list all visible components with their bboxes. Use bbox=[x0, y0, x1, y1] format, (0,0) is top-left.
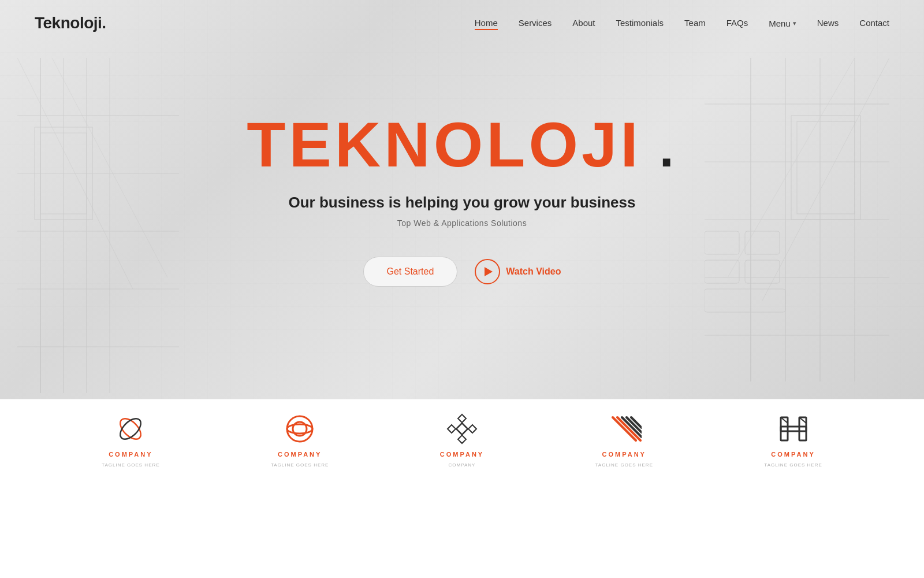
company-2-icon bbox=[282, 412, 317, 446]
company-logo-5: COMPANY TAGLINE GOES HERE bbox=[764, 412, 822, 468]
svg-point-31 bbox=[117, 415, 144, 443]
arch-lines-left-icon bbox=[17, 58, 179, 393]
nav-link-team[interactable]: Team bbox=[684, 18, 706, 28]
company-2-name: COMPANY bbox=[278, 451, 322, 458]
company-2-tagline: TAGLINE GOES HERE bbox=[271, 462, 329, 468]
chevron-down-icon: ▾ bbox=[793, 20, 796, 27]
company-logo-3: COMPANY COMPANY bbox=[440, 412, 484, 468]
hero-title-text: TEKNOLOJI bbox=[247, 109, 642, 180]
svg-line-24 bbox=[762, 58, 889, 301]
nav-item-testimonials[interactable]: Testimonials bbox=[616, 18, 664, 28]
nav-link-faqs[interactable]: FAQs bbox=[726, 18, 748, 28]
company-1-name: COMPANY bbox=[109, 451, 152, 458]
company-5-icon bbox=[776, 412, 811, 446]
svg-rect-22 bbox=[791, 116, 860, 220]
company-5-name: COMPANY bbox=[771, 451, 815, 458]
svg-marker-40 bbox=[468, 425, 476, 433]
svg-line-25 bbox=[728, 58, 855, 277]
nav-item-about[interactable]: About bbox=[572, 18, 595, 28]
company-3-name: COMPANY bbox=[440, 451, 484, 458]
nav-item-services[interactable]: Services bbox=[519, 18, 552, 28]
logo-dot: . bbox=[102, 14, 106, 32]
logo-orange: Teknoloji bbox=[35, 14, 102, 32]
hero-tagline: Top Web & Applications Solutions bbox=[247, 218, 677, 228]
hero-buttons: Get Started Watch Video bbox=[247, 257, 677, 287]
hero-content: TEKNOLOJI . Our business is helping you … bbox=[247, 113, 677, 287]
play-triangle-icon bbox=[485, 267, 493, 276]
hero-section: TEKNOLOJI . Our business is helping you … bbox=[0, 0, 924, 399]
arch-lines-right-icon bbox=[705, 58, 889, 381]
company-logo-2: COMPANY TAGLINE GOES HERE bbox=[271, 412, 329, 468]
nav-link-news[interactable]: News bbox=[817, 18, 839, 28]
svg-rect-26 bbox=[705, 231, 739, 254]
company-5-tagline: TAGLINE GOES HERE bbox=[764, 462, 822, 468]
company-1-tagline: TAGLINE GOES HERE bbox=[102, 462, 159, 468]
svg-rect-48 bbox=[781, 427, 806, 431]
nav-link-about[interactable]: About bbox=[572, 18, 595, 28]
svg-rect-27 bbox=[745, 231, 780, 254]
hero-title: TEKNOLOJI . bbox=[247, 113, 677, 176]
company-3-icon bbox=[445, 412, 479, 446]
nav-links: Home Services About Testimonials Team FA… bbox=[475, 18, 889, 28]
nav-link-home[interactable]: Home bbox=[475, 18, 498, 30]
nav-item-news[interactable]: News bbox=[817, 18, 839, 28]
svg-marker-39 bbox=[448, 425, 456, 433]
navbar: Teknoloji. Home Services About Testimoni… bbox=[0, 0, 924, 46]
svg-point-33 bbox=[287, 416, 312, 442]
companies-strip: COMPANY TAGLINE GOES HERE COMPANY TAGLIN… bbox=[0, 399, 924, 480]
svg-marker-36 bbox=[456, 423, 468, 435]
hero-subtitle: Our business is helping you grow your bu… bbox=[247, 194, 677, 212]
watch-video-label: Watch Video bbox=[506, 266, 561, 277]
nav-item-team[interactable]: Team bbox=[684, 18, 706, 28]
svg-rect-30 bbox=[705, 289, 785, 312]
logo[interactable]: Teknoloji. bbox=[35, 14, 106, 32]
company-3-tagline: COMPANY bbox=[449, 462, 476, 468]
company-4-icon bbox=[607, 412, 642, 446]
svg-point-32 bbox=[117, 415, 144, 443]
nav-link-contact[interactable]: Contact bbox=[859, 18, 889, 28]
get-started-button[interactable]: Get Started bbox=[363, 257, 458, 287]
play-icon bbox=[475, 259, 500, 284]
nav-item-faqs[interactable]: FAQs bbox=[726, 18, 748, 28]
nav-link-services[interactable]: Services bbox=[519, 18, 552, 28]
company-logo-4: COMPANY TAGLINE GOES HERE bbox=[595, 412, 653, 468]
svg-marker-37 bbox=[458, 414, 466, 423]
company-1-icon bbox=[113, 412, 148, 446]
company-4-name: COMPANY bbox=[602, 451, 646, 458]
svg-marker-38 bbox=[458, 435, 466, 443]
nav-item-home[interactable]: Home bbox=[475, 18, 498, 28]
company-4-tagline: TAGLINE GOES HERE bbox=[595, 462, 653, 468]
watch-video-button[interactable]: Watch Video bbox=[475, 259, 561, 284]
svg-rect-29 bbox=[745, 260, 780, 283]
nav-link-menu[interactable]: Menu ▾ bbox=[769, 18, 796, 28]
nav-item-menu[interactable]: Menu ▾ bbox=[769, 18, 796, 28]
hero-title-dot: . bbox=[642, 120, 677, 177]
svg-line-43 bbox=[622, 417, 642, 437]
nav-link-testimonials[interactable]: Testimonials bbox=[616, 18, 664, 28]
svg-point-35 bbox=[287, 424, 312, 433]
nav-item-contact[interactable]: Contact bbox=[859, 18, 889, 28]
svg-rect-28 bbox=[705, 260, 739, 283]
company-logo-1: COMPANY TAGLINE GOES HERE bbox=[102, 412, 159, 468]
svg-rect-23 bbox=[797, 121, 855, 214]
